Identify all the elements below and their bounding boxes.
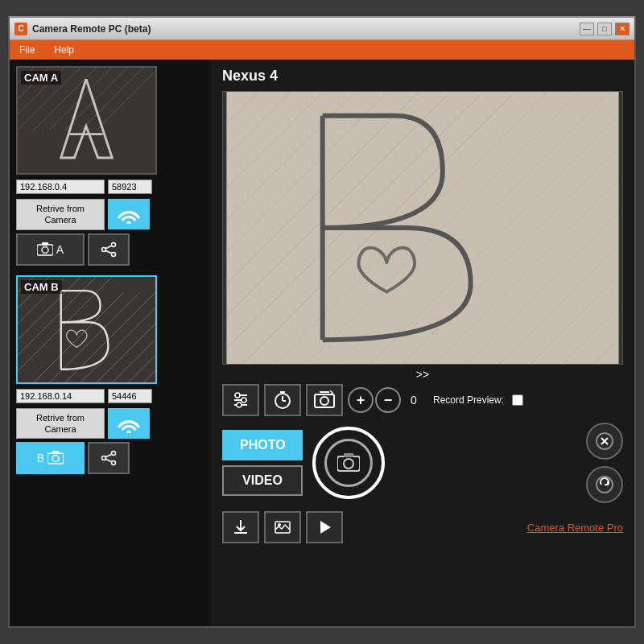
cam-a-share-button[interactable] (88, 233, 130, 266)
adjust-icon (231, 390, 250, 410)
play-button[interactable] (306, 511, 343, 543)
window-title: Camera Remote PC (beta) (32, 23, 580, 35)
adjust-button[interactable] (222, 384, 259, 416)
zoom-in-button[interactable]: + (348, 387, 374, 413)
cam-a-retrieve-button[interactable]: Retrive fromCamera (16, 199, 105, 230)
gallery-button[interactable] (264, 511, 301, 543)
video-button[interactable]: VIDEO (222, 465, 303, 496)
cam-a-action-row: A (16, 233, 204, 266)
flip-camera-button[interactable] (306, 384, 343, 416)
svg-marker-90 (320, 521, 331, 534)
cam-b-photo-button[interactable]: B (16, 442, 85, 474)
title-bar-buttons: — □ ✕ (580, 23, 630, 35)
main-layout: CAM A Retrive fromCamera (10, 60, 634, 626)
close-session-button[interactable] (586, 423, 623, 460)
action-row: PHOTO VIDEO (222, 423, 623, 503)
svg-point-16 (112, 252, 116, 256)
arrow-row: >> (222, 365, 623, 384)
x-icon (596, 432, 613, 450)
svg-point-71 (242, 398, 246, 402)
svg-point-40 (112, 452, 116, 456)
main-preview-sketch (223, 92, 622, 364)
svg-point-72 (237, 402, 242, 407)
cam-b-wifi-button[interactable] (108, 408, 150, 439)
rotate-button[interactable] (586, 466, 623, 503)
cam-a-port-input[interactable] (108, 180, 152, 194)
svg-point-36 (127, 430, 131, 433)
mode-buttons: PHOTO VIDEO (222, 430, 303, 496)
download-icon (232, 518, 250, 536)
promo-link[interactable]: Camera Remote Pro (527, 522, 623, 534)
share-b-icon (101, 450, 117, 466)
rotate-icon (596, 476, 613, 493)
shutter-button[interactable] (312, 427, 385, 499)
record-checkbox[interactable] (512, 394, 523, 406)
cam-b-section: CAM B Retrive fromCamera (16, 275, 204, 475)
svg-point-13 (42, 246, 48, 253)
cam-a-section: CAM A Retrive fromCamera (16, 66, 204, 266)
cam-a-btn-row: Retrive fromCamera (16, 199, 204, 230)
main-preview (222, 91, 623, 365)
timer-button[interactable] (264, 384, 301, 416)
camera-icon (37, 242, 53, 257)
record-label: Record Preview: (433, 394, 504, 406)
cam-b-label: CAM B (21, 280, 62, 294)
svg-point-17 (102, 247, 106, 251)
cam-b-share-button[interactable] (88, 442, 130, 474)
maximize-button[interactable]: □ (597, 23, 612, 35)
svg-line-18 (105, 246, 112, 249)
download-button[interactable] (222, 511, 259, 543)
svg-point-15 (112, 242, 116, 246)
cam-b-preview[interactable]: CAM B (16, 275, 157, 384)
svg-rect-39 (52, 451, 59, 454)
photo-button[interactable]: PHOTO (222, 430, 303, 460)
share-icon (101, 242, 117, 258)
zoom-out-button[interactable]: − (375, 387, 401, 413)
cam-a-wifi-button[interactable] (108, 199, 150, 229)
play-icon (316, 518, 333, 536)
main-window: C Camera Remote PC (beta) — □ ✕ File Hel… (8, 16, 636, 628)
menu-help[interactable]: Help (51, 43, 77, 57)
cam-b-retrieve-button[interactable]: Retrive fromCamera (16, 408, 105, 440)
cam-b-camera-icon (47, 451, 64, 465)
svg-point-41 (112, 461, 116, 465)
zoom-controls: + − (348, 387, 401, 413)
svg-point-89 (278, 523, 281, 526)
svg-point-38 (52, 456, 59, 462)
cam-a-photo-button[interactable]: A (16, 233, 85, 266)
svg-line-44 (105, 459, 112, 462)
cam-a-ip-input[interactable] (16, 180, 105, 194)
menu-file[interactable]: File (16, 43, 38, 57)
title-bar: C Camera Remote PC (beta) — □ ✕ (10, 18, 634, 40)
cam-a-preview[interactable]: CAM A (16, 66, 157, 175)
bottom-row: Camera Remote Pro (222, 511, 623, 543)
svg-point-11 (127, 221, 131, 225)
flip-camera-icon (313, 390, 336, 410)
arrow-text: >> (416, 368, 429, 381)
cam-b-btn-row: Retrive fromCamera (16, 408, 204, 440)
cam-b-ip-row (16, 389, 204, 403)
svg-rect-81 (344, 453, 353, 457)
svg-point-78 (320, 397, 328, 405)
timer-icon (273, 390, 292, 410)
cam-a-ip-row (16, 180, 204, 194)
svg-line-43 (105, 454, 112, 457)
shutter-inner (324, 439, 373, 487)
cam-a-label: CAM A (21, 71, 61, 85)
wifi-icon (118, 204, 140, 224)
minimize-button[interactable]: — (580, 23, 594, 35)
bottom-left-buttons (222, 511, 343, 543)
cam-a-btn-label: A (56, 243, 64, 256)
left-panel: CAM A Retrive fromCamera (10, 60, 211, 626)
cam-b-action-row: B (16, 442, 204, 474)
controls-row: + − 0 Record Preview: (222, 384, 623, 416)
zoom-count: 0 (406, 394, 422, 407)
cam-b-ip-input[interactable] (16, 389, 105, 403)
cam-b-port-input[interactable] (108, 389, 152, 403)
svg-rect-14 (42, 242, 48, 246)
wifi-b-icon (118, 414, 140, 433)
svg-point-80 (344, 459, 353, 469)
svg-line-19 (105, 250, 112, 254)
menu-bar: File Help (10, 40, 634, 60)
close-button[interactable]: ✕ (615, 23, 630, 35)
